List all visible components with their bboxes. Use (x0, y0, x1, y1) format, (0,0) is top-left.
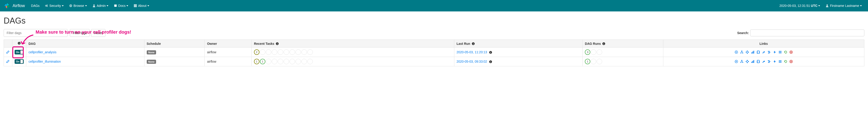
duration-icon[interactable] (751, 60, 754, 63)
toggle-knob (20, 50, 23, 54)
last-run-link[interactable]: 2020-05-03, 09:33:02 (457, 60, 487, 63)
trigger-icon[interactable] (735, 50, 738, 54)
info-icon: i (489, 51, 492, 54)
nav-admin[interactable]: Admin (90, 0, 111, 11)
svg-point-26 (741, 51, 742, 51)
clock[interactable]: 2020-05-03, 12:31:51 UTC (777, 0, 823, 11)
dag-toggle[interactable]: On (14, 59, 24, 64)
tree-view-icon[interactable] (740, 60, 744, 63)
reset-button[interactable]: Reset (91, 29, 105, 37)
task-circle[interactable] (296, 59, 301, 64)
trigger-icon[interactable] (735, 60, 738, 63)
nav-items: DAGs Security Browse Admin Docs About (28, 0, 777, 11)
run-circle[interactable] (597, 59, 602, 64)
task-circle[interactable] (272, 49, 277, 55)
code-icon[interactable] (773, 60, 776, 63)
user-menu[interactable]: Firstname Lastname (823, 0, 865, 11)
dag-toggle[interactable]: On (14, 50, 24, 54)
run-circle[interactable]: 3 (585, 49, 590, 55)
col-owner[interactable]: Owner (205, 40, 252, 48)
edit-icon[interactable] (6, 59, 10, 63)
task-circle[interactable]: 1 (254, 59, 259, 64)
nav-docs[interactable]: Docs (111, 0, 131, 11)
svg-point-1 (47, 5, 48, 6)
filter-dags-input[interactable] (4, 29, 67, 37)
logs-icon[interactable] (778, 60, 782, 63)
task-circle[interactable] (307, 59, 313, 64)
svg-rect-62 (768, 60, 770, 61)
refresh-icon[interactable] (784, 60, 787, 63)
col-dag[interactable]: DAG (26, 40, 145, 48)
tries-icon[interactable] (756, 60, 760, 63)
task-circle[interactable] (302, 59, 307, 64)
edit-icon[interactable] (6, 50, 10, 54)
col-schedule[interactable]: Schedule (144, 40, 205, 48)
svg-point-0 (45, 5, 46, 6)
svg-rect-35 (753, 51, 754, 54)
landing-icon[interactable] (762, 60, 766, 63)
page-title: DAGs (4, 16, 864, 26)
nav-security[interactable]: Security (42, 0, 66, 11)
svg-point-28 (742, 53, 743, 54)
logs-icon[interactable] (778, 50, 782, 54)
task-circle[interactable] (307, 49, 313, 55)
task-circle[interactable] (278, 59, 283, 64)
last-run-link[interactable]: 2020-05-03, 11:20:13 (457, 50, 487, 54)
task-circle[interactable] (296, 49, 301, 55)
duration-icon[interactable] (751, 50, 754, 54)
schedule-badge[interactable]: None (147, 50, 156, 54)
landing-icon[interactable] (762, 50, 766, 54)
filter-tags-button[interactable]: Filter tags (70, 29, 90, 37)
task-circle[interactable] (302, 49, 307, 55)
task-circle[interactable] (266, 49, 271, 55)
svg-text:i: i (490, 61, 491, 63)
svg-point-2 (47, 6, 48, 7)
gantt-icon[interactable] (767, 60, 771, 63)
svg-rect-10 (136, 5, 137, 6)
run-circle[interactable]: 1 (585, 59, 590, 64)
search-input[interactable] (750, 29, 864, 36)
tries-icon[interactable] (756, 50, 760, 54)
code-icon[interactable] (773, 50, 776, 54)
svg-rect-66 (779, 61, 781, 62)
table-row: On cellprofiler_illumination None airflo… (4, 57, 864, 66)
cogs-icon (45, 4, 48, 7)
gantt-icon[interactable] (767, 50, 771, 54)
nav-browse[interactable]: Browse (66, 0, 90, 11)
nav-about[interactable]: About (131, 0, 152, 11)
tree-view-icon[interactable] (740, 50, 744, 54)
svg-rect-33 (751, 52, 752, 54)
svg-text:i: i (490, 51, 491, 54)
run-circle[interactable] (591, 59, 596, 64)
info-icon: i (489, 60, 492, 63)
task-circle[interactable] (278, 49, 283, 55)
grid-icon (134, 4, 137, 7)
brand[interactable]: Airflow (3, 2, 25, 9)
run-circle[interactable] (597, 49, 602, 55)
task-circle[interactable] (272, 59, 277, 64)
task-circle[interactable] (289, 59, 295, 64)
schedule-badge[interactable]: None (147, 60, 156, 64)
col-last-run[interactable]: Last Run i (454, 40, 583, 48)
task-circle[interactable]: 2 (254, 49, 259, 55)
svg-rect-58 (753, 60, 754, 63)
task-circle[interactable] (284, 49, 289, 55)
dag-name-link[interactable]: cellprofiler_illumination (29, 60, 61, 63)
task-circle[interactable] (284, 59, 289, 64)
delete-icon[interactable] (789, 50, 793, 54)
svg-rect-59 (757, 60, 759, 63)
delete-icon[interactable] (789, 60, 793, 63)
task-circle[interactable] (266, 59, 271, 64)
task-circle[interactable]: 1 (260, 59, 266, 64)
table-row: On cellprofiler_analysis None airflow 2 … (4, 48, 864, 57)
task-circle[interactable] (260, 49, 266, 55)
dag-name-link[interactable]: cellprofiler_analysis (29, 50, 56, 54)
task-circle[interactable] (289, 49, 295, 55)
run-circle[interactable] (591, 49, 596, 55)
navbar: Airflow DAGs Security Browse Admin Docs (0, 0, 868, 11)
nav-dags[interactable]: DAGs (28, 0, 42, 11)
graph-view-icon[interactable] (745, 60, 749, 63)
info-icon: i (602, 42, 606, 45)
refresh-icon[interactable] (784, 50, 787, 54)
graph-view-icon[interactable] (745, 50, 749, 54)
